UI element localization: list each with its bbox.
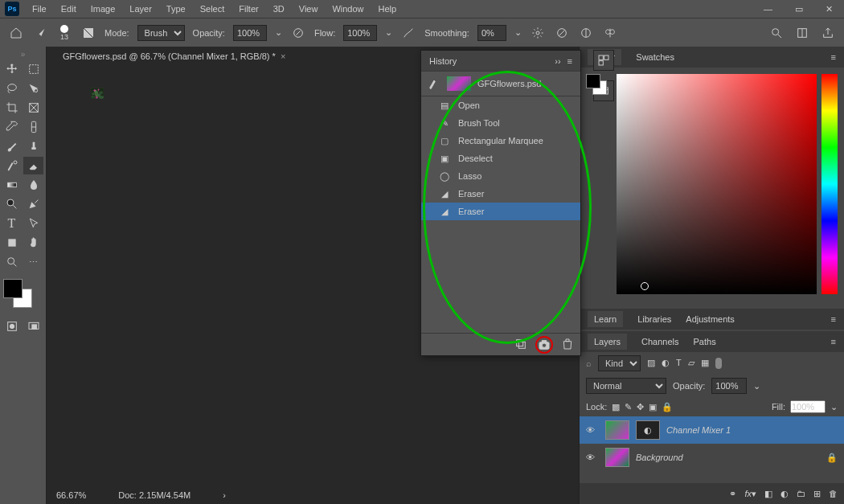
tab-layers[interactable]: Layers	[588, 334, 627, 350]
minimize-icon[interactable]: —	[757, 2, 779, 17]
panel-menu-icon[interactable]: ≡	[831, 52, 836, 62]
visibility-icon[interactable]: 👁	[586, 425, 599, 435]
menu-file[interactable]: File	[26, 2, 53, 16]
lock-transparent-icon[interactable]: ▩	[612, 402, 620, 412]
symmetry-icon[interactable]	[578, 25, 594, 41]
document-tab[interactable]: GFGflowers.psd @ 66.7% (Channel Mixer 1,…	[55, 47, 293, 66]
history-item[interactable]: ▣Deselect	[421, 150, 580, 167]
adjustment-layer-icon[interactable]: ◐	[780, 489, 789, 499]
workspace-icon[interactable]	[794, 25, 810, 41]
filter-adjust-icon[interactable]: ◐	[662, 358, 670, 369]
history-item[interactable]: ◯Lasso	[421, 167, 580, 185]
eyedropper-tool[interactable]	[2, 118, 22, 136]
frame-tool[interactable]	[23, 99, 43, 117]
lock-position-icon[interactable]: ✥	[637, 402, 644, 412]
blend-mode-select[interactable]: Normal	[586, 378, 666, 394]
menu-type[interactable]: Type	[160, 2, 192, 16]
history-source-row[interactable]: GFGflowers.psd	[421, 72, 580, 96]
opacity-dropdown-icon[interactable]: ⌄	[275, 27, 282, 38]
toolbar-collapse-icon[interactable]: »	[2, 50, 44, 59]
share-icon[interactable]	[820, 25, 836, 41]
blur-tool[interactable]	[23, 176, 43, 194]
healing-tool[interactable]	[23, 118, 43, 136]
menu-help[interactable]: Help	[372, 2, 404, 16]
mode-select[interactable]: Brush	[137, 25, 185, 41]
lock-artboard-icon[interactable]: ▣	[649, 402, 657, 412]
history-item[interactable]: ✎Brush Tool	[421, 114, 580, 132]
pressure-size-icon[interactable]	[554, 25, 570, 41]
history-item[interactable]: ◢Eraser	[421, 185, 580, 203]
gradient-tool[interactable]	[2, 176, 22, 194]
type-tool[interactable]: T	[2, 215, 22, 232]
tab-adjustments[interactable]: Adjustments	[686, 314, 735, 324]
layer-name[interactable]: Channel Mixer 1	[666, 425, 731, 435]
history-item[interactable]: ◢Eraser	[421, 203, 580, 220]
pressure-opacity-icon[interactable]	[290, 25, 306, 41]
collapsed-panel-icon[interactable]	[593, 50, 614, 71]
panel-menu-icon[interactable]: ≡	[831, 337, 836, 346]
chevron-down-icon[interactable]: ⌄	[830, 402, 838, 412]
docsize-readout[interactable]: Doc: 2.15M/4.54M	[118, 490, 191, 500]
hue-slider[interactable]	[821, 74, 838, 294]
menu-edit[interactable]: Edit	[55, 2, 83, 16]
panel-menu-icon[interactable]: ≡	[567, 56, 572, 66]
brush-size-icon[interactable]: 13	[56, 25, 72, 41]
fill-input[interactable]	[790, 400, 826, 413]
quick-select-tool[interactable]	[23, 80, 43, 97]
brush-panel-icon[interactable]	[80, 25, 96, 41]
filter-type-icon[interactable]: T	[676, 358, 682, 369]
eraser-tool[interactable]	[23, 157, 43, 174]
smoothing-input[interactable]	[477, 25, 506, 41]
layer-fx-icon[interactable]: fx▾	[744, 489, 756, 499]
close-icon[interactable]: ✕	[819, 2, 839, 17]
tab-libraries[interactable]: Libraries	[637, 314, 671, 324]
smoothing-dropdown-icon[interactable]: ⌄	[514, 27, 522, 38]
menu-select[interactable]: Select	[194, 2, 231, 16]
stamp-tool[interactable]	[23, 137, 43, 155]
menu-filter[interactable]: Filter	[232, 2, 264, 16]
airbrush-icon[interactable]	[400, 25, 416, 41]
move-tool[interactable]	[2, 60, 22, 78]
panel-menu-icon[interactable]: ≡	[831, 314, 836, 324]
layer-opacity-input[interactable]	[711, 378, 747, 394]
flow-input[interactable]	[343, 25, 377, 41]
hand-tool[interactable]	[23, 234, 43, 252]
lasso-tool[interactable]	[2, 80, 22, 97]
layer-item[interactable]: 👁 Background 🔒	[580, 444, 844, 471]
status-chevron-icon[interactable]: ›	[223, 490, 226, 500]
history-item[interactable]: ▤Open	[421, 96, 580, 114]
color-field[interactable]	[617, 74, 817, 294]
menu-view[interactable]: View	[293, 2, 325, 16]
zoom-tool[interactable]	[2, 253, 22, 271]
link-layers-icon[interactable]: ⚭	[729, 489, 736, 499]
new-document-snapshot-icon[interactable]	[514, 338, 527, 352]
layer-group-icon[interactable]: 🗀	[797, 489, 805, 498]
tab-swatches[interactable]: Swatches	[636, 52, 674, 62]
crop-tool[interactable]	[2, 99, 22, 117]
quickmask-tool[interactable]	[2, 318, 22, 335]
menu-window[interactable]: Window	[326, 2, 370, 16]
history-brush-tool[interactable]	[2, 157, 22, 174]
camera-snapshot-icon[interactable]	[535, 336, 553, 354]
history-item[interactable]: ▢Rectangular Marquee	[421, 132, 580, 150]
marquee-tool[interactable]	[23, 60, 43, 78]
menu-3d[interactable]: 3D	[267, 2, 291, 16]
tab-channels[interactable]: Channels	[641, 337, 678, 346]
screenmode-tool[interactable]	[23, 318, 43, 335]
zoom-readout[interactable]: 66.67%	[56, 490, 86, 500]
filter-smart-icon[interactable]: ▦	[701, 358, 709, 369]
dodge-tool[interactable]	[2, 195, 22, 213]
shape-tool[interactable]	[2, 234, 22, 252]
edit-toolbar[interactable]: ⋯	[23, 253, 43, 271]
delete-layer-icon[interactable]: 🗑	[829, 489, 838, 498]
butterfly-icon[interactable]	[602, 25, 618, 41]
filter-toggle-icon[interactable]	[715, 358, 722, 369]
tool-preset-icon[interactable]	[32, 25, 48, 41]
layer-name[interactable]: Background	[636, 453, 683, 462]
filter-shape-icon[interactable]: ▱	[688, 358, 694, 369]
filter-image-icon[interactable]: ▨	[647, 358, 655, 369]
color-swatches[interactable]	[2, 277, 34, 309]
opacity-input[interactable]	[233, 25, 267, 41]
home-icon[interactable]	[8, 25, 24, 41]
fg-bg-swatch[interactable]	[586, 74, 607, 95]
